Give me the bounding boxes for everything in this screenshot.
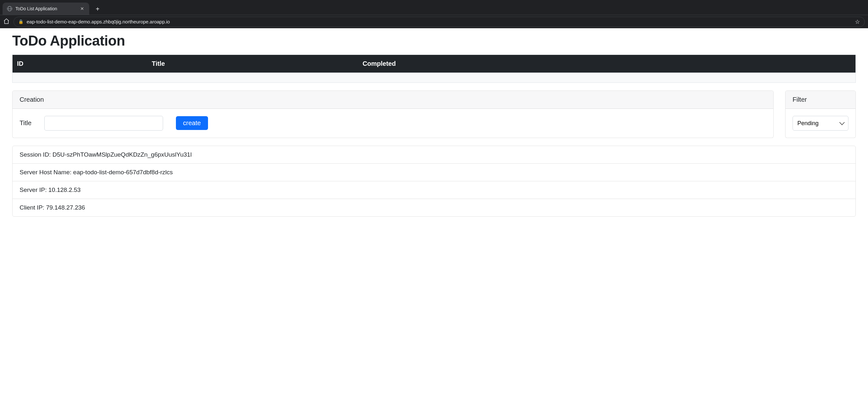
browser-chrome: ToDo List Application ✕ + 🔒 eap-todo-lis… bbox=[0, 0, 868, 28]
new-tab-button[interactable]: + bbox=[93, 4, 102, 13]
title-label: Title bbox=[20, 119, 31, 127]
close-tab-icon[interactable]: ✕ bbox=[80, 6, 85, 11]
info-server-ip: Server IP: 10.128.2.53 bbox=[12, 181, 856, 199]
create-button[interactable]: create bbox=[176, 116, 208, 130]
lock-icon: 🔒 bbox=[18, 19, 24, 24]
bookmark-star-icon[interactable]: ☆ bbox=[855, 18, 860, 25]
info-session-id: Session ID: D5U-szPhTOawMSlpZueQdKDzZn_g… bbox=[12, 146, 856, 163]
browser-tab[interactable]: ToDo List Application ✕ bbox=[3, 3, 89, 15]
table-empty-row bbox=[12, 73, 856, 83]
filter-select[interactable]: Pending bbox=[793, 116, 848, 131]
browser-toolbar: 🔒 eap-todo-list-demo-eap-demo.apps.zhbq0… bbox=[0, 15, 868, 28]
address-bar[interactable]: 🔒 eap-todo-list-demo-eap-demo.apps.zhbq0… bbox=[13, 17, 865, 27]
info-client-ip: Client IP: 79.148.27.236 bbox=[12, 199, 856, 216]
col-header-title: Title bbox=[147, 55, 358, 73]
tab-title: ToDo List Application bbox=[16, 6, 76, 11]
home-icon[interactable] bbox=[3, 18, 10, 26]
col-header-completed: Completed bbox=[358, 55, 856, 73]
filter-panel: Filter Pending bbox=[785, 91, 856, 138]
col-header-id: ID bbox=[12, 55, 147, 73]
url-text: eap-todo-list-demo-eap-demo.apps.zhbq0ji… bbox=[27, 19, 851, 24]
title-input[interactable] bbox=[44, 116, 163, 131]
page-content: ToDo Application ID Title Completed Crea… bbox=[0, 33, 868, 229]
tab-strip: ToDo List Application ✕ + bbox=[0, 0, 868, 15]
page-title: ToDo Application bbox=[12, 33, 856, 49]
todo-table: ID Title Completed bbox=[12, 55, 856, 83]
globe-icon bbox=[7, 6, 12, 11]
filter-panel-title: Filter bbox=[785, 91, 856, 109]
filter-select-wrap: Pending bbox=[793, 116, 848, 131]
creation-panel-title: Creation bbox=[12, 91, 773, 109]
info-list: Session ID: D5U-szPhTOawMSlpZueQdKDzZn_g… bbox=[12, 146, 856, 217]
creation-panel: Creation Title create bbox=[12, 91, 774, 138]
info-server-host: Server Host Name: eap-todo-list-demo-657… bbox=[12, 163, 856, 181]
